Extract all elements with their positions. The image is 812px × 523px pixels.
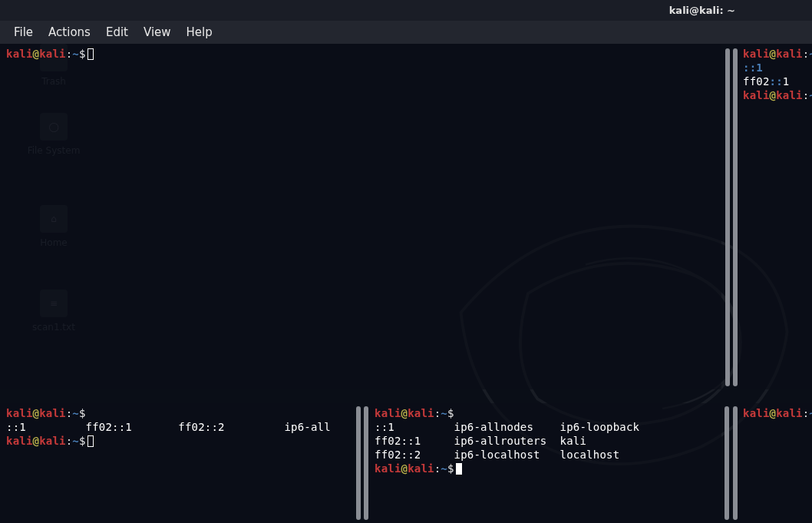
prompt-user: kali	[743, 407, 770, 419]
terminal-pane-bottom-mid[interactable]: kali@kali:~$ ::1 ip6-allnodes ip6-loopba…	[368, 403, 721, 523]
prompt-at: @	[33, 435, 40, 447]
prompt-path: ~	[72, 407, 79, 419]
terminal-pane-top-left[interactable]: kali@kali:~$	[0, 44, 721, 389]
prompt-line: kali@kali:~$	[375, 462, 715, 475]
menu-edit[interactable]: Edit	[98, 22, 136, 42]
prompt-line: kali@kali:~$	[6, 406, 347, 420]
prompt-dollar: $	[447, 462, 454, 475]
terminal-pane-top-right[interactable]: kali@kali:~ ::1 ff02::1 kali@kali:~	[737, 44, 812, 389]
prompt-user: kali	[6, 48, 33, 60]
prompt-dollar: $	[79, 435, 86, 447]
prompt-dollar: $	[79, 407, 86, 419]
prompt-host: kali	[776, 407, 803, 419]
prompt-path: ~	[72, 435, 79, 447]
prompt-dollar: $	[79, 48, 86, 60]
prompt-path: ~	[441, 407, 447, 419]
cursor-icon	[87, 435, 94, 447]
prompt-path: ~	[72, 48, 79, 60]
prompt-at: @	[770, 407, 777, 419]
prompt-at: @	[33, 48, 40, 60]
prompt-line: kali@kali:~	[743, 47, 806, 61]
output-line: ff02::1 ip6-allrouters kali	[375, 434, 715, 448]
cursor-icon	[87, 48, 94, 60]
pane-scrollbar[interactable]	[725, 406, 729, 520]
prompt-host: kali	[408, 462, 434, 475]
menu-file[interactable]: File	[6, 22, 41, 42]
menu-view[interactable]: View	[136, 22, 179, 42]
pane-scrollbar[interactable]	[733, 406, 738, 520]
prompt-line: kali@kali:~	[743, 88, 806, 102]
pane-scrollbar[interactable]	[356, 406, 361, 520]
menu-help[interactable]: Help	[179, 22, 220, 42]
window-title: kali@kali: ~	[669, 5, 735, 16]
menubar: File Actions Edit View Help	[0, 21, 812, 44]
prompt-at: @	[770, 89, 777, 101]
prompt-user: kali	[743, 89, 770, 101]
prompt-at: @	[770, 48, 777, 60]
terminal-pane-bottom-left[interactable]: kali@kali:~$ ::1 ff02::1 ff02::2 ip6-all…	[0, 403, 353, 523]
prompt-host: kali	[39, 407, 66, 419]
prompt-host: kali	[39, 435, 66, 447]
prompt-user: kali	[6, 407, 33, 419]
prompt-line: kali@kali:~$	[375, 406, 715, 420]
prompt-line: kali@kali:~	[743, 406, 806, 420]
output-line: ff02::2 ip6-localhost localhost	[375, 448, 715, 462]
prompt-path: ~	[809, 407, 812, 419]
pane-scrollbar[interactable]	[364, 406, 368, 520]
menu-actions[interactable]: Actions	[41, 22, 98, 42]
output-line: ff02::1	[743, 74, 806, 88]
prompt-host: kali	[408, 407, 434, 419]
prompt-dollar: $	[447, 407, 454, 419]
prompt-user: kali	[6, 435, 33, 447]
prompt-host: kali	[776, 89, 803, 101]
pane-scrollbar[interactable]	[725, 48, 730, 386]
cursor-icon	[456, 463, 462, 475]
output-line: ::1 ff02::1 ff02::2 ip6-all	[6, 420, 347, 434]
prompt-user: kali	[375, 462, 401, 475]
pane-scrollbar[interactable]	[733, 48, 738, 386]
output-line: ::1	[743, 61, 806, 74]
window-titlebar: kali@kali: ~	[0, 0, 812, 21]
prompt-line: kali@kali:~$	[6, 47, 715, 61]
prompt-at: @	[401, 462, 408, 475]
prompt-line: kali@kali:~$	[6, 434, 347, 448]
prompt-host: kali	[776, 48, 803, 60]
prompt-path: ~	[809, 48, 812, 60]
prompt-at: @	[401, 407, 408, 419]
prompt-host: kali	[39, 48, 66, 60]
prompt-path: ~	[441, 462, 447, 475]
prompt-user: kali	[743, 48, 770, 60]
prompt-at: @	[33, 407, 40, 419]
output-line: ::1 ip6-allnodes ip6-loopback	[375, 420, 715, 434]
terminal-pane-bottom-right[interactable]: kali@kali:~	[737, 403, 812, 523]
prompt-path: ~	[809, 89, 812, 101]
prompt-user: kali	[375, 407, 401, 419]
